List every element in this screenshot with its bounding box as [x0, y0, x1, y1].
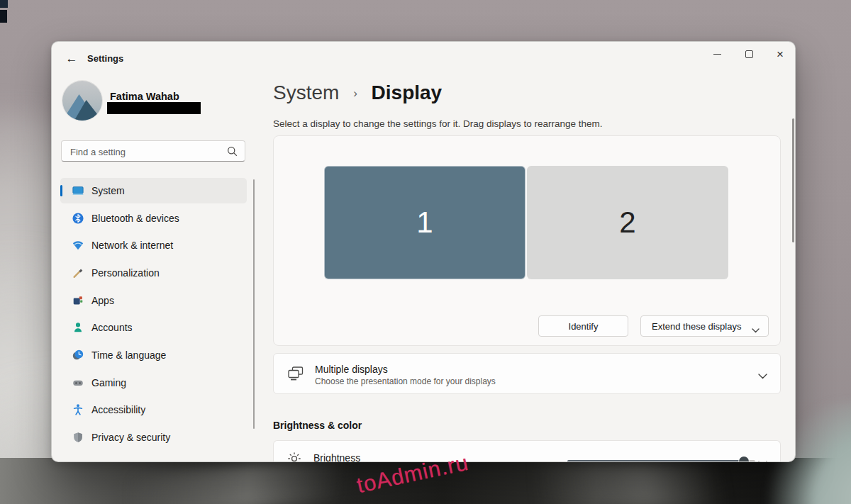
multiple-displays-row[interactable]: Multiple displays Choose the presentatio…: [273, 353, 781, 394]
sidebar-item-personalization[interactable]: Personalization: [60, 260, 247, 286]
network-icon: [72, 239, 84, 252]
sidebar-item-network-internet[interactable]: Network & internet: [60, 233, 247, 258]
wallpaper-ribbon: [539, 462, 752, 504]
page-title: Display: [372, 82, 443, 103]
sidebar-item-label: Apps: [91, 295, 114, 306]
close-button[interactable]: ×: [765, 45, 795, 63]
redacted-email: [107, 102, 201, 114]
accessibility-icon: [72, 403, 84, 416]
close-icon: ×: [777, 48, 784, 60]
settings-window: ← Settings × Fatima Wahab System: [51, 41, 796, 462]
back-button[interactable]: ←: [62, 49, 82, 69]
monitor-1-number: 1: [416, 206, 433, 240]
sidebar-scrollbar[interactable]: [253, 179, 255, 429]
sidebar-item-label: System: [91, 185, 125, 196]
privacy-security-icon: [72, 431, 84, 444]
brightness-label: Brightness: [313, 452, 360, 462]
time-language-icon: [72, 349, 84, 362]
desktop-icon: [0, 10, 7, 23]
brightness-slider[interactable]: [567, 457, 755, 462]
brightness-sun-icon: [287, 452, 301, 462]
sidebar-item-accounts[interactable]: Accounts: [60, 315, 247, 340]
main-scrollbar[interactable]: [792, 118, 794, 242]
multiple-displays-title: Multiple displays: [315, 364, 388, 375]
search-icon: [226, 145, 238, 160]
page-description: Select a display to change the settings …: [273, 118, 603, 129]
breadcrumb-system[interactable]: System: [273, 82, 339, 103]
breadcrumb: System › Display: [273, 82, 442, 104]
sidebar-item-apps[interactable]: Apps: [60, 288, 247, 313]
display-mode-value: Extend these displays: [652, 321, 741, 332]
minimize-button[interactable]: [702, 45, 732, 63]
sidebar-item-system[interactable]: System: [60, 178, 247, 203]
monitor-2[interactable]: 2: [527, 166, 728, 279]
system-icon: [72, 184, 84, 197]
sidebar-item-label: Privacy & security: [91, 432, 170, 443]
window-title: Settings: [87, 53, 123, 64]
search-input[interactable]: [69, 142, 221, 162]
sidebar-item-time-language[interactable]: Time & language: [60, 342, 247, 368]
maximize-icon: [745, 50, 753, 58]
display-mode-dropdown[interactable]: Extend these displays: [640, 315, 769, 337]
display-arrangement-card: 1 2 Identify Extend these displays: [273, 135, 781, 346]
multiple-displays-icon: [287, 365, 305, 385]
sidebar-item-label: Network & internet: [91, 240, 173, 251]
chevron-down-icon: [752, 325, 760, 335]
sidebar-item-label: Personalization: [91, 267, 160, 279]
sidebar-item-label: Accessibility: [91, 404, 145, 415]
identify-button[interactable]: Identify: [538, 315, 628, 337]
sidebar-item-label: Accounts: [91, 322, 133, 333]
sidebar-item-label: Gaming: [91, 377, 126, 388]
desktop-icon: [0, 0, 8, 8]
desktop: ← Settings × Fatima Wahab System: [0, 0, 851, 504]
brightness-row: Brightness: [273, 440, 781, 462]
breadcrumb-separator: ›: [353, 86, 357, 100]
gaming-icon: [72, 376, 84, 389]
sidebar-item-label: Time & language: [91, 349, 166, 361]
sidebar-item-privacy-security[interactable]: Privacy & security: [60, 425, 247, 450]
apps-icon: [72, 294, 84, 307]
brightness-slider-fill: [567, 460, 744, 462]
minimize-icon: [713, 54, 721, 55]
chevron-down-icon[interactable]: [758, 457, 767, 462]
selected-accent-bar: [60, 185, 62, 196]
brightness-slider-thumb[interactable]: [739, 457, 749, 462]
sidebar-item-label: Bluetooth & devices: [91, 213, 179, 224]
section-brightness-color: Brightness & color: [273, 420, 362, 431]
chevron-down-icon[interactable]: [758, 369, 767, 382]
sidebar-item-gaming[interactable]: Gaming: [60, 370, 247, 396]
bluetooth-icon: [72, 212, 84, 225]
monitor-1[interactable]: 1: [324, 166, 525, 279]
multiple-displays-subtitle: Choose the presentation mode for your di…: [315, 376, 496, 386]
user-name: Fatima Wahab: [110, 91, 179, 102]
search-box: [61, 140, 245, 162]
identify-button-label: Identify: [569, 321, 599, 332]
monitor-2-number: 2: [619, 206, 635, 240]
personalization-icon: [72, 267, 84, 279]
avatar: [62, 81, 102, 121]
sidebar-item-bluetooth-devices[interactable]: Bluetooth & devices: [60, 206, 247, 231]
accounts-icon: [72, 321, 84, 334]
sidebar-item-accessibility[interactable]: Accessibility: [60, 397, 247, 422]
maximize-button[interactable]: [734, 45, 764, 63]
